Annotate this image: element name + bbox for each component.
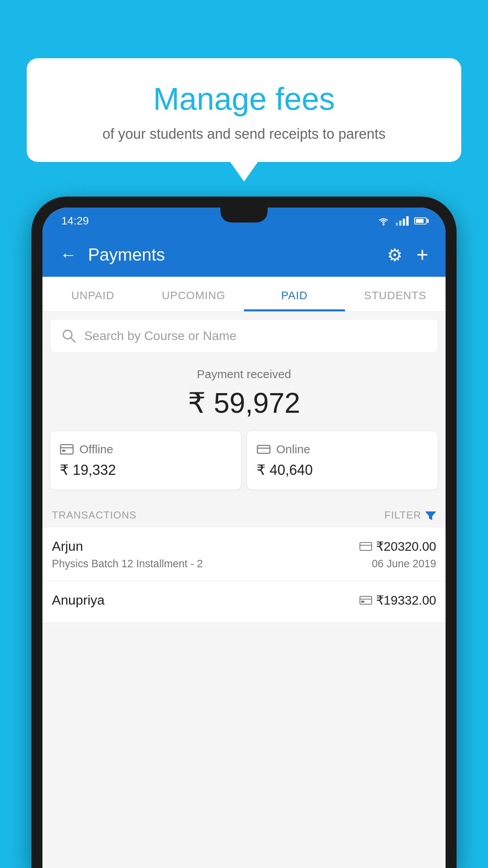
speech-bubble-container: Manage fees of your students and send re…	[27, 58, 461, 162]
tab-students[interactable]: STUDENTS	[345, 277, 446, 311]
status-icons	[377, 216, 427, 226]
search-icon	[61, 328, 76, 343]
phone-frame: 14:29	[31, 197, 457, 868]
tab-paid[interactable]: PAID	[244, 277, 345, 311]
tab-upcoming[interactable]: UPCOMING	[143, 277, 244, 311]
add-button[interactable]: +	[416, 243, 428, 267]
bubble-title: Manage fees	[46, 82, 442, 116]
offline-label: Offline	[79, 443, 113, 456]
offline-payment-small-icon	[360, 595, 372, 605]
speech-bubble: Manage fees of your students and send re…	[27, 58, 461, 162]
transactions-header: TRANSACTIONS FILTER	[42, 501, 446, 528]
transaction-amount-arjun: ₹20320.00	[376, 539, 436, 554]
payment-total-amount: ₹ 59,972	[50, 386, 438, 419]
app-bar: ← Payments ⚙ +	[42, 233, 446, 277]
svg-point-0	[383, 224, 385, 226]
transaction-amount-container-anupriya: ₹19332.00	[360, 593, 436, 608]
svg-rect-9	[360, 542, 372, 550]
status-time: 14:29	[61, 215, 89, 227]
online-card-header: Online	[257, 442, 428, 456]
transaction-row-anupriya: Anupriya ₹19332.00	[52, 592, 436, 608]
back-button[interactable]: ←	[60, 245, 77, 265]
bubble-subtitle: of your students and send receipts to pa…	[46, 126, 442, 142]
svg-rect-11	[360, 596, 372, 604]
payment-cards-row: Offline ₹ 19,332 Online ₹ 40,640	[42, 431, 446, 501]
transaction-name-anupriya: Anupriya	[52, 592, 105, 608]
transaction-name-arjun: Arjun	[52, 539, 83, 554]
battery-icon	[414, 217, 427, 224]
content-area: Search by Course or Name Payment receive…	[42, 312, 446, 868]
svg-rect-3	[61, 445, 73, 454]
offline-card-header: Offline	[60, 442, 231, 456]
transaction-row-arjun: Arjun ₹20320.00	[52, 539, 436, 554]
settings-button[interactable]: ⚙	[387, 245, 402, 265]
online-payment-small-icon	[360, 541, 372, 552]
app-bar-title: Payments	[88, 245, 165, 265]
svg-rect-13	[361, 601, 364, 603]
transaction-amount-anupriya: ₹19332.00	[376, 593, 436, 608]
signal-bars-icon	[396, 216, 409, 226]
transactions-label: TRANSACTIONS	[52, 509, 137, 521]
svg-rect-5	[62, 450, 65, 452]
transaction-amount-container-arjun: ₹20320.00	[360, 539, 436, 554]
app-bar-left: ← Payments	[60, 245, 165, 265]
offline-payment-icon	[60, 442, 74, 456]
search-placeholder: Search by Course or Name	[84, 329, 237, 343]
search-container[interactable]: Search by Course or Name	[50, 320, 438, 352]
phone-inner: 14:29	[42, 208, 446, 868]
payment-label: Payment received	[50, 368, 438, 381]
filter-icon	[425, 510, 436, 521]
online-payment-icon	[257, 442, 271, 456]
tab-unpaid[interactable]: UNPAID	[42, 277, 143, 311]
offline-payment-card: Offline ₹ 19,332	[50, 431, 241, 489]
svg-marker-8	[425, 511, 436, 520]
offline-amount: ₹ 19,332	[60, 462, 231, 478]
phone-notch	[220, 208, 268, 223]
online-payment-card: Online ₹ 40,640	[247, 431, 438, 489]
wifi-icon	[377, 216, 390, 226]
payment-received-section: Payment received ₹ 59,972	[42, 352, 446, 431]
svg-line-2	[71, 338, 75, 342]
online-amount: ₹ 40,640	[257, 462, 428, 478]
filter-label: FILTER	[384, 509, 421, 521]
transaction-item-anupriya[interactable]: Anupriya ₹19332.00	[42, 581, 446, 623]
svg-rect-6	[257, 445, 270, 453]
transaction-course-arjun: Physics Batch 12 Installment - 2	[52, 558, 203, 570]
online-label: Online	[276, 443, 310, 456]
transaction-date-arjun: 06 June 2019	[372, 558, 436, 570]
transaction-item-arjun[interactable]: Arjun ₹20320.00 Physics Batch 12 Install…	[42, 528, 446, 581]
filter-container[interactable]: FILTER	[384, 509, 436, 521]
app-bar-actions: ⚙ +	[387, 243, 428, 267]
tabs-container: UNPAID UPCOMING PAID STUDENTS	[42, 277, 446, 312]
transaction-details-arjun: Physics Batch 12 Installment - 2 06 June…	[52, 558, 436, 570]
